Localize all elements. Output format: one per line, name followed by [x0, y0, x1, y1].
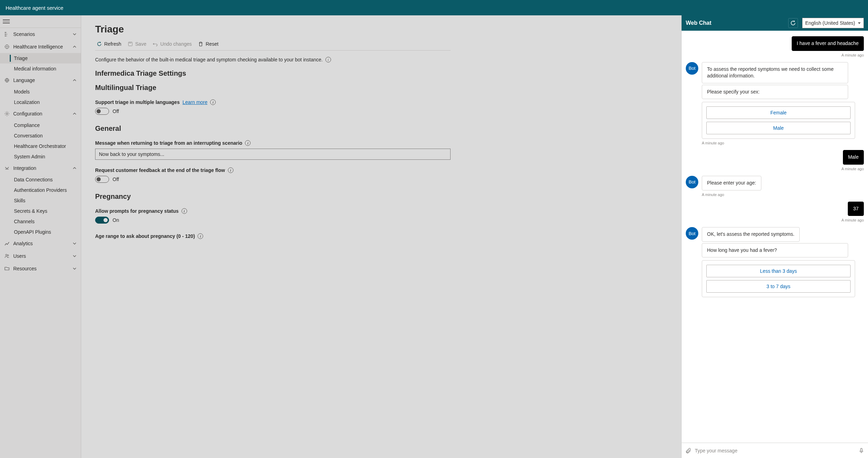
info-icon[interactable]: i: [325, 57, 331, 62]
info-icon[interactable]: i: [228, 167, 233, 173]
nav-group-users[interactable]: Users: [0, 250, 81, 262]
learn-more-link[interactable]: Learn more: [183, 99, 208, 105]
pregnancy-toggle[interactable]: [95, 217, 109, 224]
bot-message: To assess the reported symptoms we need …: [702, 62, 848, 83]
bot-message: How long have you had a fever?: [702, 243, 848, 258]
timestamp: A minute ago: [686, 53, 864, 57]
choice-3to7-button[interactable]: 3 to 7 days: [706, 280, 851, 293]
bot-message: Please enter your age:: [702, 176, 761, 190]
nav-item-authentication-providers[interactable]: Authentication Providers: [0, 185, 81, 195]
svg-point-4: [7, 46, 8, 47]
page-title: Triage: [95, 24, 451, 35]
choice-male-button[interactable]: Male: [706, 122, 851, 134]
choice-female-button[interactable]: Female: [706, 106, 851, 119]
timestamp: A minute ago: [702, 193, 864, 197]
nav-group-analytics[interactable]: Analytics: [0, 237, 81, 250]
save-icon: [128, 41, 133, 47]
svg-rect-11: [861, 448, 862, 451]
toolbar: Refresh Save Undo changes: [95, 41, 451, 51]
refresh-icon: [97, 41, 102, 47]
nav-group-label: Resources: [13, 266, 37, 271]
nav-item-triage[interactable]: Triage: [0, 53, 81, 63]
nav-item-conversation[interactable]: Conversation: [0, 130, 81, 141]
nav-group-label: Configuration: [13, 111, 42, 117]
reset-button[interactable]: Reset: [198, 41, 218, 47]
nav-group-icon: [4, 165, 10, 171]
nav-group-resources[interactable]: Resources: [0, 262, 81, 275]
chevron-up-icon: [72, 112, 77, 116]
feedback-label: Request customer feedback at the end of …: [95, 167, 451, 173]
bot-avatar: Bot: [686, 62, 698, 75]
undo-icon: [153, 41, 158, 47]
pregnancy-age-label: Age range to ask about pregnancy (0 - 12…: [95, 233, 451, 239]
multilingual-toggle[interactable]: [95, 108, 109, 115]
nav-group-integration[interactable]: Integration: [0, 162, 81, 174]
chevron-up-icon: [72, 78, 77, 82]
attach-icon[interactable]: [685, 448, 691, 454]
app-header: Healthcare agent service: [0, 0, 868, 15]
chevron-up-icon: [72, 45, 77, 49]
multilingual-label: Support triage in multiple languages Lea…: [95, 99, 451, 105]
user-message: 37: [848, 202, 864, 216]
user-message: I have a fever and headache: [792, 36, 864, 51]
nav-group-icon: [4, 266, 10, 271]
nav-group-healthcare-intelligence[interactable]: Healthcare Intelligence: [0, 40, 81, 53]
info-icon[interactable]: i: [182, 208, 187, 214]
nav-group-label: Users: [13, 253, 26, 259]
choice-card: Less than 3 days 3 to 7 days: [702, 260, 855, 297]
reload-icon: [790, 20, 796, 26]
reset-icon: [198, 41, 203, 47]
choice-less3-button[interactable]: Less than 3 days: [706, 265, 851, 277]
info-icon[interactable]: i: [210, 99, 216, 105]
chevron-down-icon: [72, 266, 77, 271]
nav-group-icon: [4, 77, 10, 83]
nav-item-models[interactable]: Models: [0, 87, 81, 97]
nav-item-channels[interactable]: Channels: [0, 216, 81, 227]
nav-item-skills[interactable]: Skills: [0, 195, 81, 206]
nav-item-localization[interactable]: Localization: [0, 97, 81, 107]
nav-group-icon: [4, 253, 10, 259]
sidebar: ScenariosHealthcare IntelligenceTriageMe…: [0, 15, 81, 458]
nav-group-language[interactable]: Language: [0, 74, 81, 87]
feedback-toggle-value: Off: [113, 177, 119, 182]
webchat-transcript[interactable]: I have a fever and headache A minute ago…: [682, 31, 868, 443]
pregnancy-allow-label: Allow prompts for pregnancy status i: [95, 208, 451, 214]
nav-group-scenarios[interactable]: Scenarios: [0, 28, 81, 40]
page-description: Configure the behavior of the built-in m…: [95, 57, 323, 62]
webchat-reload-button[interactable]: [788, 18, 798, 28]
nav-item-healthcare-orchestrator[interactable]: Healthcare Orchestrator: [0, 141, 81, 151]
info-icon[interactable]: i: [245, 140, 251, 146]
nav-group-configuration[interactable]: Configuration: [0, 107, 81, 120]
section-pregnancy: Pregnancy: [95, 193, 451, 201]
nav-item-data-connections[interactable]: Data Connections: [0, 174, 81, 185]
bot-message: OK, let's assess the reported symptoms.: [702, 227, 800, 242]
return-msg-input[interactable]: [95, 149, 451, 160]
nav-group-icon: [4, 111, 10, 117]
webchat-input[interactable]: [695, 448, 855, 453]
nav-group-label: Language: [13, 77, 35, 83]
language-select[interactable]: English (United States): [802, 18, 864, 28]
command-strip: [0, 15, 81, 28]
mic-icon[interactable]: [858, 448, 865, 454]
refresh-button[interactable]: Refresh: [97, 41, 121, 47]
nav-item-compliance[interactable]: Compliance: [0, 120, 81, 130]
info-icon[interactable]: i: [198, 233, 203, 239]
nav-item-secrets-&-keys[interactable]: Secrets & Keys: [0, 206, 81, 216]
nav-item-openapi-plugins[interactable]: OpenAPI Plugins: [0, 227, 81, 237]
timestamp: A minute ago: [702, 141, 864, 145]
nav-item-system-admin[interactable]: System Admin: [0, 151, 81, 162]
feedback-toggle[interactable]: [95, 176, 109, 183]
hamburger-icon[interactable]: [3, 18, 10, 25]
timestamp: A minute ago: [686, 167, 864, 171]
webchat-input-row: [682, 443, 868, 458]
chevron-up-icon: [72, 166, 77, 170]
bot-message: Please specify your sex:: [702, 85, 848, 99]
webchat-panel: Web Chat English (United States) I have …: [681, 15, 868, 458]
timestamp: A minute ago: [686, 218, 864, 222]
nav-group-label: Analytics: [13, 241, 33, 246]
nav-item-medical-information[interactable]: Medical information: [0, 63, 81, 74]
nav-group-icon: [4, 241, 10, 246]
nav-group-icon: [4, 44, 10, 50]
nav-group-icon: [4, 31, 10, 37]
choice-card: Female Male: [702, 102, 855, 139]
